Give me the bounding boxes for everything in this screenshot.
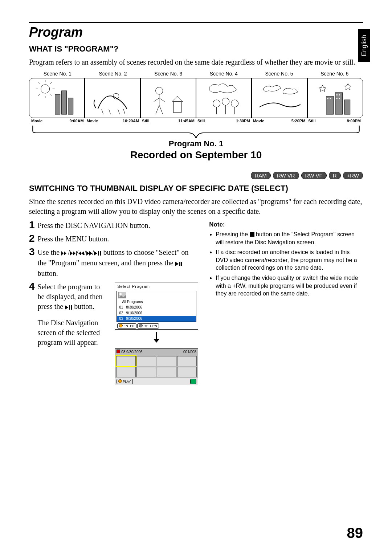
nav-head-right: 001/008 — [183, 350, 196, 355]
step3-text-c: button. — [38, 269, 58, 277]
section-heading-what-is-program: WHAT IS "PROGRAM"? — [29, 44, 363, 54]
svg-line-7 — [50, 82, 52, 84]
shot-row-date: 9/30/2006 — [126, 316, 142, 321]
section1-body: Program refers to an assembly of scenes … — [29, 57, 363, 67]
section-heading-switching: SWITCHING TO THUMBNAIL DISPLAY OF SPECIF… — [29, 184, 363, 193]
svg-rect-34 — [69, 305, 70, 310]
nav-chip — [190, 379, 197, 384]
scene-type: Still — [308, 119, 315, 123]
play-pause-icon — [65, 302, 72, 312]
scene-cell-2 — [85, 78, 140, 118]
scene-cell-1 — [29, 78, 85, 118]
scene-label: Scene No. 5 — [252, 71, 307, 77]
svg-line-6 — [50, 94, 52, 96]
step-1: 1 Press the DISC NAVIGATION button. — [29, 221, 198, 230]
scene-label: Scene No. 6 — [307, 71, 362, 77]
step3-text-a: Use the — [38, 248, 62, 256]
scene-diagram: Scene No. 1 Scene No. 2 Scene No. 3 Scen… — [29, 71, 363, 161]
stop-icon — [250, 232, 254, 237]
badge-ram: RAM — [251, 172, 271, 179]
girl-house-icon — [142, 80, 194, 116]
scene-time: 11:45AM — [178, 119, 195, 123]
scene-label: Scene No. 1 — [30, 71, 85, 77]
scene-time: 8:00PM — [347, 119, 361, 123]
scene-type: Movie — [253, 119, 264, 123]
thumb — [157, 367, 176, 377]
steps-column: 1 Press the DISC NAVIGATION button. 2 Pr… — [29, 221, 198, 389]
scene-cell-4 — [196, 78, 252, 118]
svg-rect-9 — [55, 94, 60, 114]
screenshot-disc-navigation: 03 9/30/2006 001/008 — [115, 348, 198, 385]
note-column: Note: Pressing the button on the "Select… — [209, 221, 363, 389]
badge-rwvf: RW VF — [301, 172, 327, 179]
play-pause-icon — [94, 248, 101, 258]
flower-cloud-icon — [198, 80, 250, 116]
scene-time: 1:30PM — [236, 119, 250, 123]
section2-intro: Since the scenes recorded on this DVD vi… — [29, 197, 363, 216]
svg-rect-24 — [327, 98, 328, 99]
svg-point-17 — [222, 98, 229, 105]
svg-rect-10 — [62, 91, 67, 114]
enter-chip: ENTER — [117, 323, 136, 328]
svg-rect-23 — [344, 100, 350, 114]
recorded-on-caption: Recorded on September 10 — [29, 149, 363, 161]
scene-time: 9:00AM — [70, 119, 84, 123]
scene-type: Movie — [87, 119, 98, 123]
thumb — [116, 367, 136, 377]
step-2: 2 Press the MENU button. — [29, 234, 198, 244]
dog-icon — [86, 80, 138, 116]
format-badges: RAM RW VR RW VF R +RW — [29, 172, 363, 179]
scene-type: Movie — [31, 119, 42, 123]
scene-label: Scene No. 3 — [140, 71, 196, 77]
svg-rect-25 — [330, 98, 331, 99]
shot-row-date: 9/10/2006 — [126, 311, 142, 316]
note-item-3: If you change the video quality or switc… — [216, 274, 363, 298]
svg-rect-11 — [68, 98, 73, 114]
badge-plusrw: +RW — [343, 172, 363, 179]
svg-point-15 — [213, 100, 220, 107]
svg-rect-30 — [98, 251, 99, 256]
arrow-down-icon — [115, 330, 198, 348]
badge-r: R — [329, 172, 341, 179]
svg-rect-27 — [339, 94, 340, 95]
thumb — [136, 356, 156, 366]
program-number-caption: Program No. 1 — [29, 139, 363, 148]
step-number: 1 — [29, 220, 35, 230]
bracket-icon — [29, 124, 363, 138]
thumb — [177, 356, 197, 366]
thumb — [136, 367, 156, 377]
step-number: 4 — [29, 281, 35, 291]
forward-icon — [86, 248, 92, 258]
scene-type: Still — [142, 119, 149, 123]
play-chip: PLAY — [117, 379, 132, 384]
svg-rect-26 — [336, 94, 337, 95]
scene-label: Scene No. 4 — [196, 71, 252, 77]
scene-time: 5:20PM — [291, 119, 306, 123]
skip-prev-icon — [61, 248, 68, 258]
scene-type: Still — [197, 119, 205, 123]
step4-text-c: The Disc Navigation screen of the select… — [38, 318, 106, 347]
svg-point-19 — [231, 100, 238, 107]
page-title: Program — [29, 25, 363, 40]
svg-rect-29 — [339, 98, 340, 99]
svg-rect-22 — [335, 93, 342, 114]
scene-label: Scene No. 2 — [85, 71, 141, 77]
note-title: Note: — [209, 221, 363, 229]
nav-head-left: 03 9/30/2006 — [121, 350, 142, 354]
rewind-icon — [78, 248, 84, 258]
step-number: 2 — [29, 233, 35, 244]
page-number: 89 — [347, 525, 363, 541]
step-3: 3 Use the //// buttons to choose "Select… — [29, 248, 198, 278]
svg-rect-33 — [181, 262, 182, 266]
svg-point-13 — [155, 87, 163, 94]
svg-rect-14 — [173, 102, 181, 113]
return-chip: RETURN — [137, 323, 159, 328]
shot-row-num: 01 — [119, 305, 123, 310]
thumb-icon — [118, 292, 126, 298]
note-item-2: If a disc recorded on another device is … — [216, 248, 363, 272]
scene-cell-6 — [307, 78, 363, 118]
step4-text-b: button. — [74, 302, 94, 310]
svg-point-37 — [119, 293, 122, 295]
screenshots-column: Select Program All Programs 018/30/2006 … — [115, 282, 198, 385]
note-item-1: Pressing the button on the "Select Progr… — [216, 230, 363, 246]
